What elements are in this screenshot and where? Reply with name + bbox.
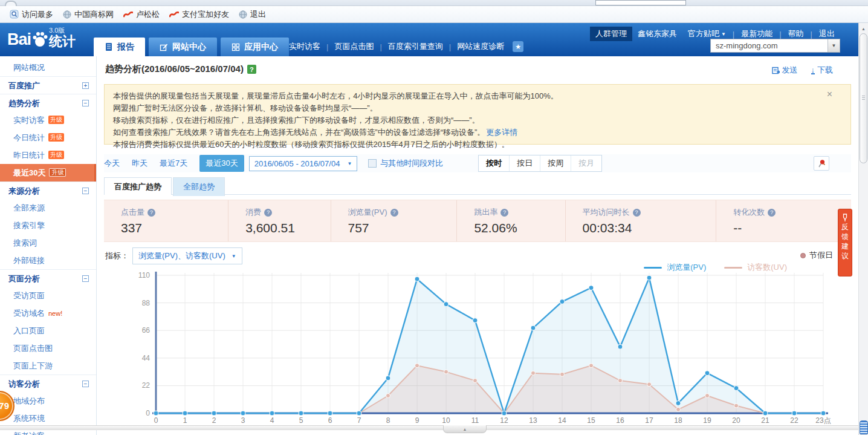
chart-point[interactable] bbox=[386, 393, 390, 397]
chart-point[interactable] bbox=[763, 411, 768, 416]
header-nav-link[interactable]: 网站速度诊断 bbox=[457, 41, 504, 52]
sidebar-item[interactable]: 受访域名new! bbox=[0, 304, 96, 322]
chart-point[interactable] bbox=[473, 379, 478, 383]
chart-point[interactable] bbox=[647, 275, 652, 280]
header-tab[interactable]: 应用中心 bbox=[221, 38, 289, 56]
sidebar-item[interactable]: 搜索引擎 bbox=[0, 217, 96, 234]
send-button[interactable]: 发送 bbox=[772, 65, 798, 76]
chart-point[interactable] bbox=[415, 364, 419, 368]
sidebar-item[interactable]: 入口页面 bbox=[0, 322, 96, 339]
sidebar-item[interactable]: 昨日统计升级 bbox=[0, 146, 96, 164]
more-details-link[interactable]: 更多详情 bbox=[486, 128, 517, 137]
quick-range-button[interactable]: 最近7天 bbox=[160, 158, 187, 169]
chart-point[interactable] bbox=[328, 411, 332, 416]
chart-point[interactable] bbox=[357, 411, 361, 416]
collapse-handle[interactable]: ▲ bbox=[443, 425, 487, 433]
header-nav-link[interactable]: 实时访客 bbox=[289, 41, 320, 52]
browser-address-box[interactable] bbox=[595, 0, 686, 5]
chart-point[interactable] bbox=[183, 411, 187, 416]
trend-tab[interactable]: 百度推广趋势 bbox=[104, 177, 172, 195]
download-button[interactable]: ↓ 下载 bbox=[811, 65, 834, 76]
chart-point[interactable] bbox=[734, 404, 739, 408]
granularity-button[interactable]: 按周 bbox=[540, 155, 571, 171]
vertical-scrollbar[interactable]: ▲ bbox=[858, 23, 868, 435]
quick-range-button[interactable]: 最近30天 bbox=[199, 155, 244, 172]
info-icon[interactable]: ? bbox=[264, 209, 272, 217]
sidebar-section[interactable]: 访客分析− bbox=[0, 374, 96, 392]
chart-point[interactable] bbox=[531, 325, 536, 330]
compare-checkbox[interactable] bbox=[368, 159, 377, 168]
sidebar-item[interactable]: 系统环境 bbox=[0, 410, 96, 427]
granularity-button[interactable]: 按日 bbox=[509, 155, 540, 171]
indicator-dropdown[interactable]: 浏览量(PV)、访客数(UV) ▼ bbox=[132, 247, 242, 264]
chart-point[interactable] bbox=[531, 371, 536, 375]
chart-point[interactable] bbox=[618, 379, 623, 383]
chart-point[interactable] bbox=[299, 411, 303, 416]
chart-point[interactable] bbox=[560, 372, 565, 376]
info-icon[interactable]: ? bbox=[390, 209, 398, 217]
bookmark-item[interactable]: 中国商标网 bbox=[58, 8, 118, 21]
chart-point[interactable] bbox=[502, 411, 507, 416]
quick-range-button[interactable]: 昨天 bbox=[132, 158, 147, 169]
chart-point[interactable] bbox=[270, 411, 274, 416]
sidebar-item[interactable]: 外部链接 bbox=[0, 252, 96, 269]
bookmark-item[interactable]: 支付宝加好友 bbox=[164, 8, 234, 21]
sidebar-item[interactable]: 今日统计升级 bbox=[0, 129, 96, 146]
pin-button[interactable] bbox=[814, 156, 829, 171]
collapse-icon[interactable]: − bbox=[82, 275, 89, 282]
header-link[interactable]: 人群管理 bbox=[590, 27, 632, 41]
chart-point[interactable] bbox=[705, 393, 710, 397]
scroll-up-icon[interactable]: ▲ bbox=[859, 24, 868, 33]
header-nav-link[interactable]: 页面点击图 bbox=[334, 41, 374, 52]
chart-point[interactable] bbox=[212, 411, 216, 416]
chart-point[interactable] bbox=[241, 411, 245, 416]
sidebar-section[interactable]: 趋势分析− bbox=[0, 94, 96, 111]
scrollbar-thumb[interactable] bbox=[860, 33, 867, 163]
sidebar-section[interactable]: 百度推广+ bbox=[0, 76, 96, 94]
sidebar-item[interactable]: 页面上下游 bbox=[0, 357, 96, 374]
chart-point[interactable] bbox=[154, 411, 158, 416]
sidebar-item[interactable]: 全部来源 bbox=[0, 199, 96, 217]
collapse-icon[interactable]: − bbox=[82, 381, 89, 387]
chart-point[interactable] bbox=[444, 302, 449, 307]
sidebar-item[interactable]: 搜索词 bbox=[0, 234, 96, 252]
granularity-button[interactable]: 按月 bbox=[571, 155, 601, 171]
quick-range-button[interactable]: 今天 bbox=[104, 158, 120, 169]
header-tab[interactable]: 报告 bbox=[94, 38, 145, 56]
close-icon[interactable]: × bbox=[827, 88, 832, 100]
chart-point[interactable] bbox=[821, 411, 826, 416]
sidebar-section[interactable]: 页面分析− bbox=[0, 269, 96, 287]
trend-tab[interactable]: 全部趋势 bbox=[173, 177, 225, 196]
bookmark-item[interactable]: 退出 bbox=[234, 8, 271, 21]
chart-point[interactable] bbox=[589, 286, 594, 290]
chart-point[interactable] bbox=[734, 386, 739, 391]
chart-point[interactable] bbox=[589, 364, 594, 368]
sidebar-section[interactable]: 来源分析− bbox=[0, 182, 96, 199]
info-icon[interactable]: ? bbox=[633, 209, 641, 217]
chevron-down-icon[interactable]: ▼ bbox=[828, 39, 840, 52]
granularity-button[interactable]: 按时 bbox=[479, 155, 509, 171]
date-range-picker[interactable]: 2016/06/05 - 2016/07/04 ▼ bbox=[249, 156, 358, 171]
favorite-button[interactable]: ★ bbox=[513, 41, 523, 52]
holiday-legend[interactable]: 节假日 bbox=[800, 250, 833, 261]
info-icon[interactable]: ? bbox=[500, 209, 508, 217]
chart-point[interactable] bbox=[676, 401, 681, 405]
bookmark-item[interactable]: 卢松松 bbox=[118, 8, 164, 21]
expand-icon[interactable]: + bbox=[82, 82, 89, 89]
sidebar-item[interactable]: 网站概况 bbox=[0, 59, 96, 76]
help-icon[interactable]: ? bbox=[247, 65, 256, 74]
chart-point[interactable] bbox=[415, 276, 419, 281]
feedback-button[interactable]: 反馈建议 bbox=[838, 209, 852, 276]
info-icon[interactable]: ? bbox=[768, 209, 776, 217]
chart-point[interactable] bbox=[705, 371, 710, 376]
chart-point[interactable] bbox=[444, 370, 449, 374]
header-link[interactable]: 鑫铭东家具 bbox=[632, 27, 682, 41]
chart-point[interactable] bbox=[676, 407, 681, 411]
sidebar-item[interactable]: 受访页面 bbox=[0, 287, 96, 304]
sidebar-item[interactable]: 实时访客升级 bbox=[0, 111, 96, 129]
info-icon[interactable]: ? bbox=[147, 209, 155, 217]
collapse-icon[interactable]: − bbox=[82, 188, 89, 194]
bookmark-item[interactable]: 访问最多 bbox=[5, 8, 58, 21]
chart-point[interactable] bbox=[792, 411, 797, 416]
chart-point[interactable] bbox=[647, 382, 652, 387]
